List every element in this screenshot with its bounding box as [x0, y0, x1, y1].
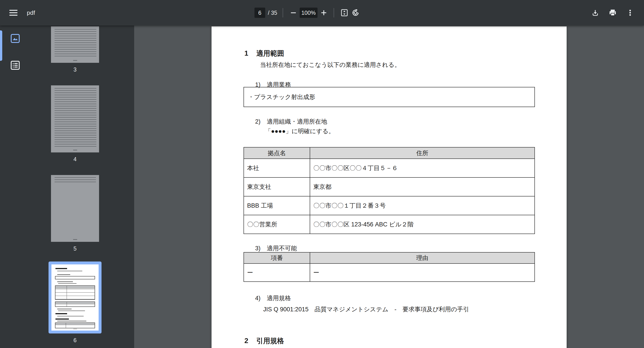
- document-title: pdf: [27, 9, 35, 16]
- address-cell: 東京都: [310, 178, 534, 196]
- thumbnail-page-3: 3: [51, 26, 99, 73]
- fit-page-icon: [340, 8, 349, 17]
- page-thumbnail[interactable]: [51, 26, 99, 63]
- table-row: 本社 〇〇市〇〇区〇〇４丁目５－６: [244, 158, 534, 177]
- page-number-input[interactable]: [254, 7, 265, 18]
- thumbnail-label: 3: [51, 66, 99, 73]
- pdf-page-6: 1適用範囲 当社所在地にておこなう以下の業務に適用される。 1)適用業務 ・プラ…: [212, 26, 567, 348]
- subsection-title: 適用組織・適用所在地: [267, 118, 327, 125]
- reason-cell: ー: [310, 264, 534, 281]
- thumbnails-panel-button[interactable]: [9, 32, 22, 45]
- item-number-cell: ー: [244, 264, 310, 281]
- subsection-label: 2): [255, 118, 260, 125]
- address-cell: 〇〇市〇〇区 123-456 ABC ビル２階: [310, 215, 534, 234]
- section-1-intro: 当社所在地にておこなう以下の業務に適用される。: [260, 61, 400, 69]
- thumbnail-page-6-selected: 6: [48, 262, 102, 344]
- hamburger-menu-icon: [10, 10, 18, 16]
- page-count-label: / 35: [268, 9, 277, 16]
- document-viewport[interactable]: 1適用範囲 当社所在地にておこなう以下の業務に適用される。 1)適用業務 ・プラ…: [134, 25, 644, 348]
- table-header-row: 拠点名 住所: [244, 147, 534, 158]
- thumbnail-preview: [52, 264, 98, 331]
- print-icon: [608, 8, 617, 17]
- table-row: 〇〇営業所 〇〇市〇〇区 123-456 ABC ビル２階: [244, 215, 534, 234]
- page-thumbnail[interactable]: [51, 85, 99, 152]
- download-button[interactable]: [590, 8, 600, 18]
- table-header-row: 項番 理由: [244, 253, 534, 263]
- subsection-title: 適用規格: [267, 295, 291, 302]
- subsection-2-heading: 2)適用組織・適用所在地: [255, 118, 327, 126]
- applicable-business-text: ・プラスチック射出成形: [248, 93, 315, 101]
- section-number: 2: [244, 337, 248, 345]
- subsection-label: 4): [255, 295, 260, 302]
- thumbnails-icon: [10, 33, 20, 43]
- thumbnail-page-4: 4: [51, 85, 99, 162]
- site-name-cell: BBB 工場: [244, 196, 310, 215]
- toolbar-left: pdf: [0, 0, 35, 25]
- table-row: 東京支社 東京都: [244, 177, 534, 196]
- more-vertical-icon: [626, 9, 634, 17]
- section-2-heading: 2引用規格: [244, 336, 284, 346]
- thumbnail-label: 5: [51, 245, 99, 252]
- header-cell: 住所: [310, 147, 534, 158]
- fit-page-button[interactable]: [340, 8, 349, 18]
- thumbnail-label: 6: [48, 337, 102, 344]
- rotate-button[interactable]: [350, 8, 360, 18]
- toolbar: pdf / 35 100%: [0, 0, 644, 25]
- applicable-business-box: ・プラスチック射出成形: [244, 87, 535, 107]
- site-name-cell: 〇〇営業所: [244, 215, 310, 234]
- subsection-title: 適用不可能: [267, 245, 297, 252]
- rotate-icon: [351, 8, 360, 17]
- thumbnail-page-5: 5: [51, 175, 99, 252]
- toolbar-center: / 35 100%: [254, 0, 362, 25]
- toolbar-divider: [334, 8, 334, 17]
- subsection-3-heading: 3)適用不可能: [255, 244, 297, 252]
- organization-note: 「●●●●」に明確にする。: [265, 127, 334, 135]
- table-row: ー ー: [244, 263, 534, 281]
- more-options-button[interactable]: [625, 8, 635, 18]
- toolbar-divider: [283, 8, 283, 17]
- subsection-4-heading: 4)適用規格: [255, 294, 291, 302]
- section-title: 引用規格: [256, 337, 284, 345]
- address-cell: 〇〇市〇〇区〇〇４丁目５－６: [310, 159, 534, 177]
- header-cell: 拠点名: [244, 147, 310, 158]
- menu-button[interactable]: [6, 5, 20, 20]
- exclusion-table: 項番 理由 ー ー: [244, 252, 535, 282]
- pdf-viewer-window: pdf / 35 100%: [0, 0, 644, 348]
- outline-panel-button[interactable]: [9, 59, 22, 71]
- table-row: BBB 工場 〇〇市〇〇１丁目２番３号: [244, 196, 534, 215]
- active-panel-indicator: [0, 30, 2, 61]
- thumbnail-label: 4: [51, 156, 99, 162]
- header-cell: 項番: [244, 253, 310, 263]
- standard-reference-text: JIS Q 9001:2015 品質マネジメントシステム - 要求事項及び利用の…: [263, 305, 469, 313]
- page-thumbnail-selected[interactable]: [48, 262, 102, 334]
- download-icon: [591, 8, 600, 17]
- section-1-heading: 1適用範囲: [244, 49, 284, 58]
- header-cell: 理由: [310, 253, 534, 263]
- section-number: 1: [244, 49, 248, 57]
- page-thumbnail[interactable]: [51, 175, 99, 242]
- subsection-label: 3): [255, 245, 260, 252]
- plus-icon: [320, 9, 328, 17]
- location-table: 拠点名 住所 本社 〇〇市〇〇区〇〇４丁目５－６ 東京支社 東京都 BBB 工場…: [244, 147, 535, 234]
- print-button[interactable]: [608, 8, 618, 18]
- thumbnail-sidebar: 3 4 5: [0, 25, 134, 348]
- toolbar-right: [590, 0, 636, 25]
- minus-icon: [289, 9, 298, 17]
- zoom-level-input[interactable]: 100%: [300, 7, 318, 18]
- zoom-out-button[interactable]: [288, 8, 298, 18]
- outline-icon: [10, 60, 20, 70]
- address-cell: 〇〇市〇〇１丁目２番３号: [310, 196, 534, 215]
- zoom-in-button[interactable]: [319, 8, 329, 18]
- section-title: 適用範囲: [256, 49, 284, 57]
- site-name-cell: 本社: [244, 159, 310, 177]
- site-name-cell: 東京支社: [244, 178, 310, 196]
